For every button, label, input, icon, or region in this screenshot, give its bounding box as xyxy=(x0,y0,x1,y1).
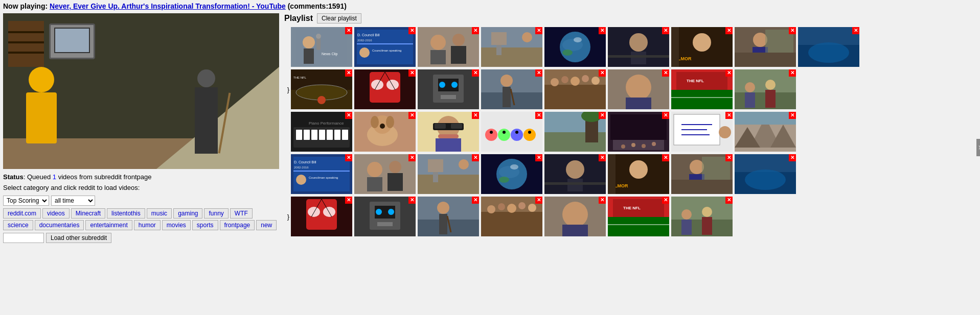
category-button-new[interactable]: new xyxy=(256,220,277,230)
playlist-thumbnail[interactable]: ✕ xyxy=(354,197,416,236)
scoring-select[interactable]: Top Scoring New Hot Rising xyxy=(3,196,49,206)
remove-thumbnail-button[interactable]: ✕ xyxy=(599,27,606,34)
category-button-listentothis[interactable]: listentothis xyxy=(107,208,145,219)
playlist-thumbnail[interactable]: ✕ xyxy=(354,69,416,109)
remove-thumbnail-button[interactable]: ✕ xyxy=(852,27,859,34)
remove-thumbnail-button[interactable]: ✕ xyxy=(789,112,796,119)
playlist-thumbnail[interactable]: ✕ News Clip xyxy=(291,27,352,67)
remove-thumbnail-button[interactable]: ✕ xyxy=(408,112,416,119)
playlist-thumbnail[interactable]: ✕ xyxy=(735,112,796,152)
playlist-thumbnail[interactable]: ✕ THE NFL xyxy=(608,197,669,236)
video-player[interactable]: Never, Ever Give Up. Arthur's Inspiratio… xyxy=(3,13,279,169)
remove-thumbnail-button[interactable]: ✕ xyxy=(472,27,479,34)
remove-thumbnail-button[interactable]: ✕ xyxy=(472,197,479,204)
remove-thumbnail-button[interactable]: ✕ xyxy=(789,27,796,34)
playlist-thumbnail[interactable]: ✕ xyxy=(418,112,479,152)
playlist-thumbnail[interactable]: ✕ Piano Performance xyxy=(291,112,352,152)
remove-thumbnail-button[interactable]: ✕ xyxy=(535,154,542,161)
remove-thumbnail-button[interactable]: ✕ xyxy=(345,69,352,77)
subreddit-input[interactable] xyxy=(3,233,44,243)
playlist-thumbnail[interactable]: ✕ xyxy=(608,112,669,152)
playlist-thumbnail[interactable]: ✕ D. Council Bill 2082-2016 Councilman s… xyxy=(291,154,352,194)
remove-thumbnail-button[interactable]: ✕ xyxy=(535,112,542,119)
remove-thumbnail-button[interactable]: ✕ xyxy=(345,197,352,204)
playlist-thumbnail[interactable]: ✕ xyxy=(735,69,796,109)
remove-thumbnail-button[interactable]: ✕ xyxy=(472,112,479,119)
playlist-thumbnail[interactable]: ✕ xyxy=(671,112,733,152)
playlist-thumbnail[interactable]: ✕ xyxy=(544,154,606,194)
remove-thumbnail-button[interactable]: ✕ xyxy=(599,112,606,119)
playlist-thumbnail[interactable]: ✕ xyxy=(418,69,479,109)
playlist-thumbnail[interactable]: ✕ FILMOR xyxy=(608,154,669,194)
category-button-documentaries[interactable]: documentaries xyxy=(35,220,84,230)
remove-thumbnail-button[interactable]: ✕ xyxy=(408,69,416,77)
playlist-thumbnail[interactable]: ✕ xyxy=(671,197,733,236)
remove-thumbnail-button[interactable]: ✕ xyxy=(408,27,416,34)
remove-thumbnail-button[interactable]: ✕ xyxy=(662,27,669,34)
playlist-thumbnail[interactable]: ✕ xyxy=(671,154,733,194)
now-playing-link[interactable]: Never, Ever Give Up. Arthur's Inspiratio… xyxy=(50,2,286,10)
remove-thumbnail-button[interactable]: ✕ xyxy=(535,197,542,204)
playlist-thumbnail[interactable]: ✕ xyxy=(544,27,606,67)
playlist-thumbnail[interactable]: ✕ xyxy=(481,112,542,152)
remove-thumbnail-button[interactable]: ✕ xyxy=(662,112,669,119)
category-button-funny[interactable]: funny xyxy=(204,208,228,219)
category-button-sports[interactable]: sports xyxy=(192,220,218,230)
playlist-thumbnail[interactable]: ✕ xyxy=(418,197,479,236)
playlist-thumbnail[interactable]: ✕ xyxy=(608,69,669,109)
playlist-thumbnail[interactable]: ✕ xyxy=(481,69,542,109)
load-subreddit-button[interactable]: Load other subreddit xyxy=(46,233,111,243)
playlist-thumbnail[interactable]: ✕ xyxy=(354,154,416,194)
remove-thumbnail-button[interactable]: ✕ xyxy=(725,69,733,77)
playlist-thumbnail[interactable]: ✕ xyxy=(735,27,796,67)
remove-thumbnail-button[interactable]: ✕ xyxy=(408,154,416,161)
playlist-thumbnail[interactable]: ✕ xyxy=(608,27,669,67)
playlist-thumbnail[interactable]: ✕ xyxy=(354,112,416,152)
remove-thumbnail-button[interactable]: ✕ xyxy=(472,69,479,77)
category-button-reddit-com[interactable]: reddit.com xyxy=(3,208,41,219)
category-button-videos[interactable]: videos xyxy=(42,208,70,219)
playlist-thumbnail[interactable]: ✕ THE NFL xyxy=(291,69,352,109)
remove-thumbnail-button[interactable]: ✕ xyxy=(345,112,352,119)
remove-thumbnail-button[interactable]: ✕ xyxy=(725,27,733,34)
remove-thumbnail-button[interactable]: ✕ xyxy=(599,197,606,204)
remove-thumbnail-button[interactable]: ✕ xyxy=(345,27,352,34)
feedback-tab[interactable]: feedback xyxy=(977,139,980,156)
category-button-entertainment[interactable]: entertainment xyxy=(85,220,132,230)
remove-thumbnail-button[interactable]: ✕ xyxy=(535,69,542,77)
playlist-thumbnail[interactable]: ✕ D. Council Bill 2082-2016 Councilman s… xyxy=(354,27,416,67)
playlist-thumbnail[interactable]: ✕ xyxy=(291,197,352,236)
playlist-thumbnail[interactable]: ✕ xyxy=(418,27,479,67)
category-button-gaming[interactable]: gaming xyxy=(173,208,202,219)
playlist-thumbnail[interactable]: ✕ xyxy=(481,27,542,67)
remove-thumbnail-button[interactable]: ✕ xyxy=(662,197,669,204)
remove-thumbnail-button[interactable]: ✕ xyxy=(408,197,416,204)
playlist-thumbnail[interactable]: ✕ xyxy=(481,197,542,236)
playlist-thumbnail[interactable]: ✕ THE NFL xyxy=(671,69,733,109)
category-button-humor[interactable]: humor xyxy=(134,220,161,230)
remove-thumbnail-button[interactable]: ✕ xyxy=(725,154,733,161)
remove-thumbnail-button[interactable]: ✕ xyxy=(725,197,733,204)
playlist-thumbnail[interactable]: ✕ xyxy=(735,154,796,194)
playlist-thumbnail[interactable]: ✕ xyxy=(544,69,606,109)
playlist-thumbnail[interactable]: ✕ xyxy=(798,27,859,67)
remove-thumbnail-button[interactable]: ✕ xyxy=(662,154,669,161)
remove-thumbnail-button[interactable]: ✕ xyxy=(599,154,606,161)
category-button-wtf[interactable]: WTF xyxy=(230,208,253,219)
playlist-thumbnail[interactable]: ✕ xyxy=(544,197,606,236)
remove-thumbnail-button[interactable]: ✕ xyxy=(345,154,352,161)
category-button-science[interactable]: science xyxy=(3,220,33,230)
playlist-thumbnail[interactable]: ✕ xyxy=(418,154,479,194)
time-select[interactable]: all time past hour past day past week pa… xyxy=(51,196,95,206)
remove-thumbnail-button[interactable]: ✕ xyxy=(472,154,479,161)
remove-thumbnail-button[interactable]: ✕ xyxy=(789,154,796,161)
category-button-music[interactable]: music xyxy=(147,208,172,219)
remove-thumbnail-button[interactable]: ✕ xyxy=(599,69,606,77)
playlist-thumbnail[interactable]: ✕ FILMOR xyxy=(671,27,733,67)
clear-playlist-button[interactable]: Clear playlist xyxy=(317,13,361,23)
remove-thumbnail-button[interactable]: ✕ xyxy=(535,27,542,34)
category-button-frontpage[interactable]: frontpage xyxy=(220,220,255,230)
playlist-thumbnail[interactable]: ✕ xyxy=(544,112,606,152)
category-button-movies[interactable]: movies xyxy=(162,220,191,230)
remove-thumbnail-button[interactable]: ✕ xyxy=(725,112,733,119)
